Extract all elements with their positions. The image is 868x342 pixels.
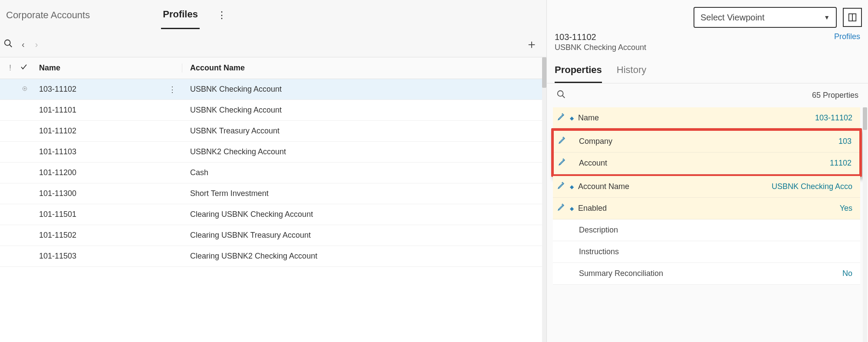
svg-line-1	[10, 45, 12, 47]
row-code: 101-11503	[39, 252, 76, 261]
detail-name: USBNK Checking Account	[555, 43, 860, 52]
layout-toggle-button[interactable]	[843, 8, 862, 27]
property-value: 103-11102	[815, 113, 856, 123]
properties-scrollbar[interactable]	[863, 107, 867, 342]
profiles-link[interactable]: Profiles	[834, 32, 860, 41]
row-account-name: USBNK Treasury Account	[182, 126, 546, 136]
row-account-name: USBNK Checking Account	[182, 85, 546, 94]
property-search-icon[interactable]	[556, 90, 566, 101]
row-code: 101-11102	[39, 126, 76, 136]
tab-history[interactable]: History	[617, 64, 646, 83]
property-label: Name	[575, 113, 599, 123]
expand-icon[interactable]	[22, 85, 28, 94]
column-header-account-name[interactable]: Account Name	[182, 63, 546, 73]
modified-indicator-icon: ◆	[568, 206, 575, 212]
property-value: No	[842, 269, 856, 278]
table-row[interactable]: 101-11300Short Term Investment	[0, 183, 546, 204]
check-column-icon[interactable]	[20, 63, 28, 73]
modified-indicator-icon: ◆	[568, 115, 575, 121]
property-row[interactable]: Description	[553, 219, 860, 241]
detail-top-controls: Select Viewpoint ▼	[547, 0, 868, 30]
property-label: Company	[576, 137, 612, 146]
property-label: Account Name	[575, 182, 629, 191]
table-row[interactable]: 101-11101USBNK Checking Account	[0, 100, 546, 121]
nav-next-icon[interactable]: ›	[33, 40, 40, 50]
property-value: USBNK Checking Acco	[772, 182, 856, 191]
alert-column-icon[interactable]: !	[9, 63, 11, 73]
tab-properties[interactable]: Properties	[555, 64, 602, 83]
property-row[interactable]: Company103	[554, 131, 859, 153]
row-code: 101-11502	[39, 231, 76, 240]
row-account-name: Clearing USBNK Treasury Account	[182, 231, 546, 240]
row-account-name: Short Term Investment	[182, 189, 546, 198]
table-row[interactable]: 101-11501Clearing USBNK Checking Account	[0, 204, 546, 225]
property-row[interactable]: ◆Name103-11102	[553, 107, 860, 129]
properties-toolbar: 65 Properties	[547, 83, 868, 107]
row-account-name: Clearing USBNK Checking Account	[182, 210, 546, 219]
edit-icon[interactable]	[557, 182, 568, 192]
property-label: Summary Reconciliation	[557, 269, 663, 278]
row-menu-icon[interactable]: ⋮	[168, 85, 182, 94]
nav-prev-icon[interactable]: ‹	[20, 40, 26, 50]
row-code: 101-11200	[39, 168, 76, 177]
property-count: 65 Properties	[812, 91, 858, 100]
viewpoint-select[interactable]: Select Viewpoint ▼	[694, 7, 837, 28]
property-label: Instructions	[557, 247, 619, 256]
table-row[interactable]: 101-11103USBNK2 Checking Account	[0, 142, 546, 163]
main-pane: Corporate Accounts Profiles ⋮ ‹ › ＋ !	[0, 0, 547, 342]
profiles-grid: ! Name Account Name 103-11102⋮USBNK Chec…	[0, 57, 546, 342]
add-button[interactable]: ＋	[526, 36, 542, 53]
table-row[interactable]: 101-11503Clearing USBNK2 Checking Accoun…	[0, 246, 546, 267]
tab-profiles[interactable]: Profiles	[161, 6, 200, 29]
edit-icon[interactable]	[557, 203, 568, 213]
row-code: 101-11501	[39, 210, 76, 219]
highlight-box: Company103Account11102	[551, 128, 862, 177]
row-code: 101-11101	[39, 106, 76, 115]
table-row[interactable]: 103-11102⋮USBNK Checking Account	[0, 79, 546, 100]
property-row[interactable]: Instructions	[553, 241, 860, 263]
grid-toolbar: ‹ › ＋	[0, 29, 546, 57]
column-header-name[interactable]: Name	[35, 63, 182, 73]
chevron-down-icon: ▼	[824, 14, 830, 21]
svg-point-0	[5, 40, 10, 46]
row-code: 103-11102	[39, 85, 76, 94]
top-tabs: Corporate Accounts Profiles ⋮	[0, 0, 546, 29]
edit-icon[interactable]	[558, 136, 569, 146]
row-code: 101-11103	[39, 147, 76, 156]
property-label: Enabled	[575, 204, 607, 213]
svg-point-7	[558, 91, 563, 96]
detail-pane: Select Viewpoint ▼ 103-11102 USBNK Check…	[547, 0, 868, 342]
edit-icon[interactable]	[557, 113, 568, 123]
property-row[interactable]: ◆EnabledYes	[553, 198, 860, 219]
row-account-name: USBNK2 Checking Account	[182, 147, 546, 156]
property-value: Yes	[840, 204, 856, 213]
search-icon[interactable]	[3, 39, 13, 50]
property-row[interactable]: Account11102	[554, 153, 859, 174]
detail-tabs: Properties History	[547, 52, 868, 83]
property-value: 103	[838, 137, 855, 146]
property-row[interactable]: Summary ReconciliationNo	[553, 263, 860, 285]
detail-header: 103-11102 USBNK Checking Account Profile…	[547, 30, 868, 52]
property-row[interactable]: ◆Account NameUSBNK Checking Acco	[553, 176, 860, 198]
viewpoint-placeholder: Select Viewpoint	[700, 13, 765, 23]
tabs-overflow-menu[interactable]: ⋮	[217, 10, 227, 26]
edit-icon[interactable]	[558, 158, 569, 168]
tab-corporate-accounts[interactable]: Corporate Accounts	[4, 7, 92, 29]
properties-list: ◆Name103-11102Company103Account11102◆Acc…	[547, 107, 868, 342]
grid-header: ! Name Account Name	[0, 57, 546, 79]
row-account-name: Clearing USBNK2 Checking Account	[182, 252, 546, 261]
table-row[interactable]: 101-11102USBNK Treasury Account	[0, 121, 546, 142]
property-label: Description	[557, 226, 618, 235]
modified-indicator-icon: ◆	[568, 184, 575, 190]
row-code: 101-11300	[39, 189, 76, 198]
grid-scrollbar[interactable]	[542, 57, 546, 342]
table-row[interactable]: 101-11200Cash	[0, 163, 546, 183]
svg-line-8	[562, 96, 565, 98]
detail-code: 103-11102	[555, 32, 860, 42]
property-label: Account	[576, 159, 607, 168]
row-account-name: Cash	[182, 168, 546, 177]
table-row[interactable]: 101-11502Clearing USBNK Treasury Account	[0, 225, 546, 246]
property-value: 11102	[830, 159, 855, 168]
row-account-name: USBNK Checking Account	[182, 106, 546, 115]
